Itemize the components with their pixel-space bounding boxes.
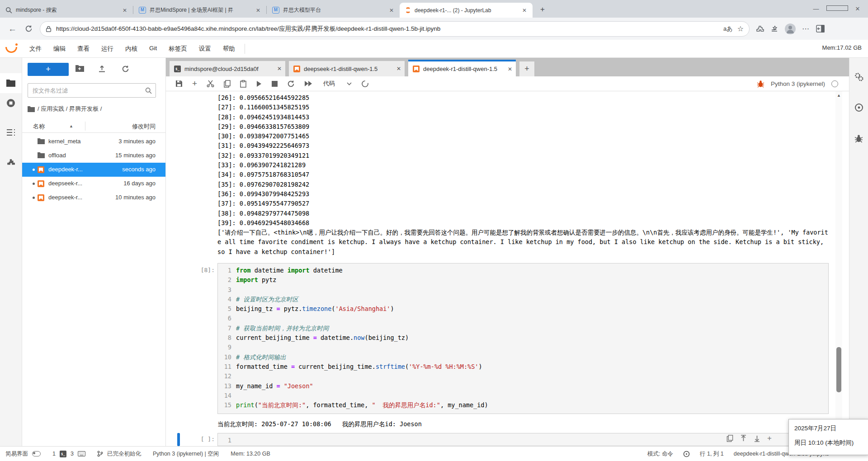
window-minimize-button[interactable]: — — [806, 5, 826, 12]
upload-icon[interactable] — [98, 65, 106, 73]
code-line[interactable]: 15print("当前北京时间:", formatted_time, " 我的昇… — [218, 400, 828, 410]
move-cell-down-icon[interactable] — [754, 435, 760, 442]
cell-type-dropdown[interactable]: 代码 — [323, 80, 335, 88]
back-icon[interactable]: ← — [8, 24, 17, 34]
add-cell-icon[interactable]: + — [767, 435, 772, 442]
url-text[interactable]: https://cloud-2d15da0f-650f-4130-babb-e9… — [56, 25, 719, 33]
kernel-status-icon[interactable] — [831, 80, 838, 87]
duplicate-cell-icon[interactable] — [726, 435, 733, 442]
active-cell-indicator[interactable] — [177, 433, 180, 446]
sort-ascending-icon[interactable]: ▲ — [69, 124, 73, 128]
run-cell-icon[interactable] — [256, 80, 262, 87]
menu-item-帮助[interactable]: 帮助 — [217, 45, 241, 53]
cut-cells-icon[interactable] — [207, 80, 214, 88]
tab-close-icon[interactable]: ✕ — [521, 7, 528, 14]
menu-item-文件[interactable]: 文件 — [24, 45, 47, 53]
profile-avatar[interactable] — [785, 24, 796, 34]
code-line[interactable]: 1from datetime import datetime — [218, 266, 828, 275]
code-line[interactable]: 11formatted_time = current_beijing_time.… — [218, 362, 828, 372]
menu-item-运行[interactable]: 运行 — [95, 45, 119, 53]
menu-item-编辑[interactable]: 编辑 — [47, 45, 71, 53]
breadcrumb-path[interactable]: / 应用实践 / 昇腾开发板 / — [38, 105, 102, 113]
file-row[interactable]: deepseek-r...16 days ago — [22, 177, 165, 191]
sidebar-toggle-icon[interactable] — [816, 25, 825, 33]
notebook-scrollbar[interactable]: ▲ ▼ — [835, 91, 842, 446]
menu-item-内核[interactable]: 内核 — [119, 45, 143, 53]
tab-close-icon[interactable]: ✕ — [255, 7, 262, 14]
browser-menu-icon[interactable]: ⋯ — [802, 24, 810, 33]
new-tab-button[interactable]: + — [536, 3, 549, 16]
menu-item-Git[interactable]: Git — [143, 45, 163, 53]
code-line[interactable]: 3 — [218, 285, 828, 295]
refresh-icon[interactable] — [25, 25, 33, 33]
favorite-star-icon[interactable]: ☆ — [737, 24, 744, 33]
dock-tab[interactable]: deepseek-r1-distill-qwen-1.5✕ — [289, 61, 405, 76]
code-line[interactable]: 7# 获取当前时间，并转为北京时间 — [218, 324, 828, 333]
browser-tab[interactable]: M昇思MindSpore | 全场景AI框架 | 昇✕ — [133, 3, 266, 18]
browser-tab[interactable]: deepdeek-r1-... (2) - JupyterLab✕ — [400, 3, 533, 18]
editor-mode-icon[interactable] — [683, 451, 690, 457]
property-inspector-gears-icon[interactable] — [849, 68, 868, 86]
file-browser-tab-icon[interactable] — [0, 73, 22, 93]
terminal-icon[interactable]: $_ — [60, 451, 66, 457]
dock-tab[interactable]: deepdeek-r1-distill-qwen-1.5✕ — [408, 60, 516, 76]
code-line[interactable]: 4# 设置时区为北京时区 — [218, 295, 828, 304]
code-line[interactable]: 9 — [218, 343, 828, 352]
code-line[interactable]: 8current_beijing_time = datetime.now(bei… — [218, 333, 828, 343]
git-status-label[interactable]: 已完全初始化 — [107, 450, 141, 458]
extension-manager-tab-icon[interactable] — [0, 153, 22, 173]
code-editor[interactable]: 1from datetime import datetime2import py… — [217, 263, 829, 414]
debugger-sidebar-bug-icon[interactable] — [849, 129, 868, 147]
git-refresh-icon[interactable] — [361, 80, 369, 88]
debugger-bug-icon[interactable] — [757, 80, 764, 88]
scroll-up-icon[interactable]: ▲ — [836, 93, 841, 98]
dock-tab-close-icon[interactable]: ✕ — [277, 66, 282, 72]
restart-kernel-icon[interactable] — [287, 80, 295, 88]
new-launcher-button[interactable]: + — [28, 63, 69, 76]
code-line[interactable]: 6 — [218, 314, 828, 323]
new-folder-icon[interactable] — [75, 65, 84, 72]
menu-item-查看[interactable]: 查看 — [71, 45, 95, 53]
simple-mode-toggle[interactable] — [32, 451, 41, 456]
paste-cells-icon[interactable] — [240, 80, 246, 88]
file-row[interactable]: deepdeek-r...seconds ago — [22, 163, 165, 177]
address-bar[interactable]: https://cloud-2d15da0f-650f-4130-babb-e9… — [40, 21, 750, 37]
browser-tab[interactable]: mindspore - 搜索✕ — [0, 3, 133, 18]
simple-mode-label[interactable]: 简易界面 — [5, 450, 28, 458]
file-filter-box[interactable] — [28, 83, 156, 98]
kernels-count[interactable]: 3 — [71, 451, 74, 457]
extensions-puzzle-icon[interactable] — [756, 25, 764, 33]
window-close-button[interactable]: ✕ — [847, 5, 868, 12]
cursor-position-label[interactable]: 行 1, 列 1 — [700, 450, 724, 458]
browser-tab[interactable]: M昇思大模型平台✕ — [267, 3, 400, 18]
table-of-contents-tab-icon[interactable] — [0, 122, 22, 142]
code-line[interactable]: 14 — [218, 391, 828, 400]
tab-close-icon[interactable]: ✕ — [121, 7, 128, 14]
file-row[interactable]: deepseek-r...10 minutes ago — [22, 191, 165, 205]
file-row[interactable]: offload15 minutes ago — [22, 149, 165, 163]
chevron-down-icon[interactable] — [347, 82, 352, 85]
code-line[interactable]: 10# 格式化时间输出 — [218, 353, 828, 362]
collections-icon[interactable] — [770, 25, 778, 33]
menu-item-设置[interactable]: 设置 — [193, 45, 217, 53]
terminals-count[interactable]: 1 — [52, 451, 56, 457]
stop-kernel-icon[interactable] — [272, 81, 278, 87]
kernel-status-label[interactable]: Python 3 (ipykernel) | 空闲 — [153, 450, 219, 458]
session-ring-icon[interactable] — [849, 99, 868, 117]
tab-close-icon[interactable]: ✕ — [388, 7, 395, 14]
insert-cell-icon[interactable]: + — [192, 79, 197, 89]
breadcrumb[interactable]: / 应用实践 / 昇腾开发板 / — [28, 105, 102, 113]
dock-tab-close-icon[interactable]: ✕ — [508, 66, 512, 72]
code-line[interactable]: 12 — [218, 372, 828, 381]
scrollbar-thumb[interactable] — [836, 347, 841, 392]
copy-cells-icon[interactable] — [224, 80, 231, 88]
dock-tab[interactable]: $_mindspore@cloud-2d15da0f✕ — [170, 61, 285, 76]
file-row[interactable]: kernel_meta3 minutes ago — [22, 135, 165, 149]
translate-icon[interactable]: aあ — [723, 25, 733, 33]
git-branch-icon[interactable] — [97, 451, 103, 457]
home-folder-icon[interactable] — [28, 106, 35, 112]
move-cell-up-icon[interactable] — [740, 435, 747, 442]
refresh-filebrowser-icon[interactable] — [122, 65, 129, 73]
restart-run-all-icon[interactable] — [304, 80, 312, 87]
running-kernels-tab-icon[interactable] — [0, 93, 22, 113]
